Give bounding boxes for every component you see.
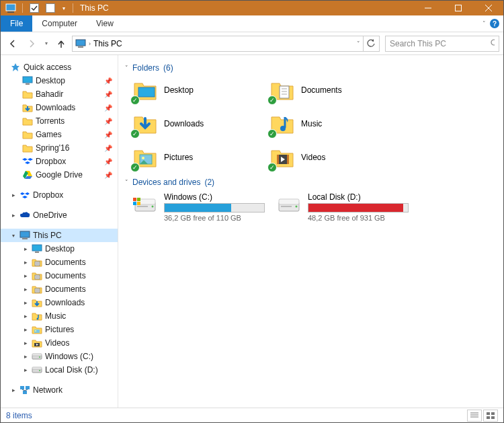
search-input[interactable] bbox=[390, 39, 491, 48]
desktop-icon bbox=[32, 243, 42, 254]
drive-name: Windows (C:) bbox=[164, 192, 265, 202]
folder-item[interactable]: ✓ Videos bbox=[270, 145, 405, 169]
qat-item-icon[interactable] bbox=[43, 1, 58, 15]
address-bar[interactable]: › This PC ˅ bbox=[72, 36, 364, 52]
folder-icon bbox=[22, 116, 33, 126]
view-icons-button[interactable] bbox=[483, 410, 498, 422]
svg-rect-51 bbox=[277, 155, 279, 164]
ribbon: File Computer View ˅ ? bbox=[1, 15, 503, 32]
documents-icon bbox=[32, 284, 42, 295]
drive-item[interactable]: Windows (C:) 36,2 GB free of 110 GB bbox=[133, 192, 274, 222]
tree-item[interactable]: ▸ Videos bbox=[1, 336, 118, 350]
chevron-right-icon[interactable]: ▸ bbox=[22, 367, 29, 373]
tree-item[interactable]: ▸ Music bbox=[1, 309, 118, 323]
content-pane: ˅ Folders (6) ✓ Desktop ✓ Documents bbox=[118, 55, 503, 408]
chevron-right-icon[interactable]: ▸ bbox=[22, 259, 29, 266]
folder-item[interactable]: ✓ Downloads bbox=[133, 112, 267, 136]
tree-item[interactable]: ▸ Documents bbox=[1, 269, 118, 282]
tree-network[interactable]: ▸ Network bbox=[1, 383, 118, 397]
pin-icon: 📌 bbox=[104, 145, 112, 152]
help-icon[interactable]: ? bbox=[490, 19, 499, 28]
tree-item[interactable]: Torrents 📌 bbox=[1, 114, 118, 128]
tree-dropbox[interactable]: ▸ Dropbox bbox=[1, 188, 118, 202]
tree-item[interactable]: Downloads 📌 bbox=[1, 101, 118, 114]
folder-item[interactable]: ✓ Pictures bbox=[133, 145, 267, 169]
pin-icon: 📌 bbox=[104, 91, 112, 98]
close-button[interactable] bbox=[473, 1, 503, 15]
tree-item[interactable]: ▸ Windows (C:) bbox=[1, 350, 118, 363]
svg-rect-69 bbox=[491, 412, 495, 415]
disk-icon bbox=[277, 192, 301, 217]
chevron-right-icon[interactable]: ▸ bbox=[22, 299, 29, 306]
tree-item[interactable]: Bahadir 📌 bbox=[1, 87, 118, 101]
tree-item[interactable]: ▸ Local Disk (D:) bbox=[1, 363, 118, 377]
onedrive-icon bbox=[19, 210, 30, 221]
sync-badge-icon: ✓ bbox=[267, 163, 277, 172]
tab-view[interactable]: View bbox=[87, 15, 123, 32]
svg-point-47 bbox=[280, 126, 286, 131]
minimize-button[interactable] bbox=[413, 1, 443, 15]
address-location[interactable]: This PC bbox=[93, 39, 122, 48]
tree-item[interactable]: ▸ Documents bbox=[1, 256, 118, 269]
chevron-right-icon[interactable]: ▸ bbox=[22, 326, 29, 333]
pin-icon: 📌 bbox=[104, 158, 112, 165]
tree-onedrive[interactable]: ▸ OneDrive bbox=[1, 208, 118, 222]
folder-item[interactable]: ✓ Documents bbox=[270, 78, 405, 102]
chevron-down-icon[interactable]: ˅ bbox=[125, 179, 128, 186]
chevron-right-icon[interactable]: ▸ bbox=[10, 212, 17, 219]
tree-item[interactable]: Spring'16 📌 bbox=[1, 141, 118, 155]
pin-icon: 📌 bbox=[104, 77, 112, 85]
nav-forward-button[interactable] bbox=[24, 36, 40, 52]
folder-item[interactable]: ✓ Desktop bbox=[133, 78, 267, 102]
chevron-right-icon[interactable]: ▸ bbox=[22, 353, 29, 360]
tree-item[interactable]: Desktop 📌 bbox=[1, 74, 118, 87]
tree-item[interactable]: ▸ Documents bbox=[1, 282, 118, 296]
svg-rect-5 bbox=[455, 5, 461, 11]
chevron-right-icon[interactable]: › bbox=[89, 40, 91, 47]
address-dropdown-icon[interactable]: ˅ bbox=[357, 40, 360, 47]
sync-badge-icon: ✓ bbox=[267, 95, 277, 105]
nav-back-button[interactable] bbox=[5, 36, 21, 52]
tree-this-pc[interactable]: ▾ This PC bbox=[1, 229, 118, 242]
chevron-right-icon[interactable]: ▸ bbox=[22, 272, 29, 279]
tree-item[interactable]: Games 📌 bbox=[1, 128, 118, 141]
tree-item[interactable]: ▸ Pictures bbox=[1, 323, 118, 336]
search-box[interactable] bbox=[385, 36, 499, 52]
maximize-button[interactable] bbox=[443, 1, 473, 15]
tree-item[interactable]: Dropbox 📌 bbox=[1, 155, 118, 168]
group-header-drives[interactable]: ˅ Devices and drives (2) bbox=[125, 178, 497, 187]
chevron-right-icon[interactable]: ▸ bbox=[22, 340, 29, 346]
svg-point-10 bbox=[491, 40, 495, 45]
chevron-right-icon[interactable]: ▸ bbox=[10, 192, 17, 198]
drive-item[interactable]: Local Disk (D:) 48,2 GB free of 931 GB bbox=[277, 192, 418, 222]
qat-checkbox-icon[interactable] bbox=[27, 1, 42, 15]
nav-up-button[interactable] bbox=[53, 36, 69, 52]
svg-point-32 bbox=[39, 356, 40, 358]
chevron-right-icon[interactable]: ▸ bbox=[22, 286, 29, 293]
tab-file[interactable]: File bbox=[1, 15, 32, 32]
qat-dropdown-icon[interactable]: ▾ bbox=[59, 1, 69, 15]
pin-icon: 📌 bbox=[104, 131, 112, 139]
refresh-button[interactable] bbox=[364, 36, 380, 52]
tab-computer[interactable]: Computer bbox=[32, 15, 87, 32]
chevron-right-icon[interactable]: ▸ bbox=[10, 387, 17, 393]
group-header-folders[interactable]: ˅ Folders (6) bbox=[125, 63, 497, 73]
app-icon[interactable] bbox=[3, 1, 18, 15]
tree-quick-access[interactable]: Quick access bbox=[1, 61, 118, 74]
star-icon bbox=[10, 62, 21, 73]
svg-point-29 bbox=[35, 330, 36, 332]
nav-recent-dropdown[interactable]: ▾ bbox=[42, 36, 50, 52]
ribbon-collapse-icon[interactable]: ˅ bbox=[482, 20, 486, 27]
svg-point-35 bbox=[39, 370, 40, 371]
tree-item[interactable]: ▸ Downloads bbox=[1, 296, 118, 309]
tree-item[interactable]: Google Drive 📌 bbox=[1, 168, 118, 182]
tree-item[interactable]: ▸ Desktop bbox=[1, 242, 118, 256]
chevron-down-icon[interactable]: ▾ bbox=[10, 233, 17, 239]
chevron-down-icon[interactable]: ˅ bbox=[125, 65, 128, 71]
view-details-button[interactable] bbox=[467, 410, 482, 422]
svg-rect-37 bbox=[20, 386, 24, 389]
chevron-right-icon[interactable]: ▸ bbox=[22, 245, 29, 252]
folder-item[interactable]: ✓ Music bbox=[270, 112, 405, 136]
svg-rect-8 bbox=[76, 40, 85, 46]
chevron-right-icon[interactable]: ▸ bbox=[22, 313, 29, 319]
